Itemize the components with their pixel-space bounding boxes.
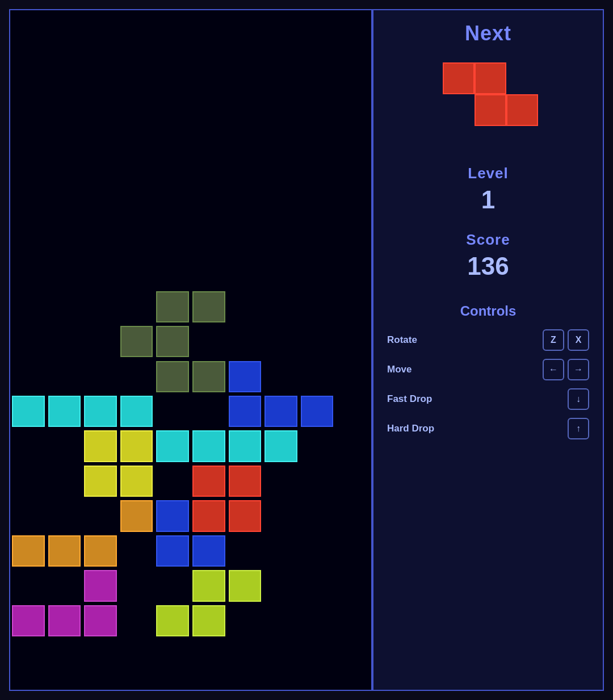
key-button[interactable]: →: [568, 359, 589, 380]
board-cell: [156, 430, 189, 462]
board-cell: [156, 535, 189, 567]
control-row: RotateZX: [383, 329, 594, 351]
key-button[interactable]: Z: [543, 329, 564, 351]
board-cell: [192, 535, 225, 567]
score-value: 136: [467, 252, 509, 280]
board-cell: [120, 396, 153, 427]
board-cell: [84, 605, 117, 636]
game-container: Next Level 1 Score 136 Controls RotateZX…: [0, 0, 613, 700]
game-board: [10, 10, 371, 690]
board-cell: [229, 430, 262, 462]
control-row: Hard Drop↑: [383, 418, 594, 439]
board-cell: [120, 466, 153, 497]
board-cell: [192, 500, 225, 531]
board-cell: [192, 430, 225, 462]
key-button[interactable]: ↑: [568, 418, 589, 439]
board-cell: [156, 361, 189, 392]
control-row: Fast Drop↓: [383, 388, 594, 410]
board-cell: [229, 396, 262, 427]
key-button[interactable]: ↓: [568, 388, 589, 410]
board-cell: [84, 396, 117, 427]
next-piece-cell: [475, 62, 506, 94]
controls-section: Controls RotateZXMove←→Fast Drop↓Hard Dr…: [383, 303, 594, 447]
next-piece-cell: [475, 94, 506, 126]
control-keys: ↓: [568, 388, 589, 410]
key-button[interactable]: ←: [543, 359, 564, 380]
controls-list: RotateZXMove←→Fast Drop↓Hard Drop↑: [383, 329, 594, 439]
control-name: Move: [387, 364, 412, 375]
board-cell: [229, 500, 262, 531]
board-cell: [12, 605, 45, 636]
board-cell: [229, 570, 262, 601]
board-cell: [84, 570, 117, 601]
board-cell: [264, 430, 297, 462]
board-cell: [192, 466, 225, 497]
game-board-wrapper: [9, 9, 372, 691]
board-cell: [48, 535, 81, 567]
board-cell: [156, 326, 189, 357]
board-cell: [192, 291, 225, 322]
board-cell: [192, 605, 225, 636]
board-cell: [156, 605, 189, 636]
control-name: Fast Drop: [387, 393, 432, 405]
control-name: Rotate: [387, 334, 417, 346]
control-row: Move←→: [383, 359, 594, 380]
board-cell: [12, 535, 45, 567]
controls-title: Controls: [383, 303, 594, 319]
board-cell: [264, 396, 297, 427]
control-keys: ↑: [568, 418, 589, 439]
board-cell: [301, 396, 334, 427]
board-cell: [192, 361, 225, 392]
next-label: Next: [465, 22, 511, 45]
board-cell: [156, 291, 189, 322]
board-cell: [192, 570, 225, 601]
key-button[interactable]: X: [568, 329, 589, 351]
score-label: Score: [466, 231, 510, 249]
board-cell: [120, 430, 153, 462]
board-cell: [229, 361, 262, 392]
control-keys: ZX: [543, 329, 589, 351]
level-value: 1: [481, 186, 495, 214]
next-piece-cell: [506, 94, 538, 126]
control-name: Hard Drop: [387, 423, 434, 434]
board-cell: [120, 500, 153, 531]
control-keys: ←→: [543, 359, 589, 380]
sidebar: Next Level 1 Score 136 Controls RotateZX…: [372, 9, 604, 691]
level-label: Level: [468, 165, 509, 182]
next-piece-cell: [443, 62, 475, 94]
board-cell: [156, 500, 189, 531]
board-cell: [48, 605, 81, 636]
next-piece-area: [437, 57, 539, 148]
board-cell: [48, 396, 81, 427]
board-cell: [120, 326, 153, 357]
board-cell: [84, 466, 117, 497]
board-cell: [84, 535, 117, 567]
board-cell: [229, 466, 262, 497]
board-cell: [12, 396, 45, 427]
board-cell: [84, 430, 117, 462]
